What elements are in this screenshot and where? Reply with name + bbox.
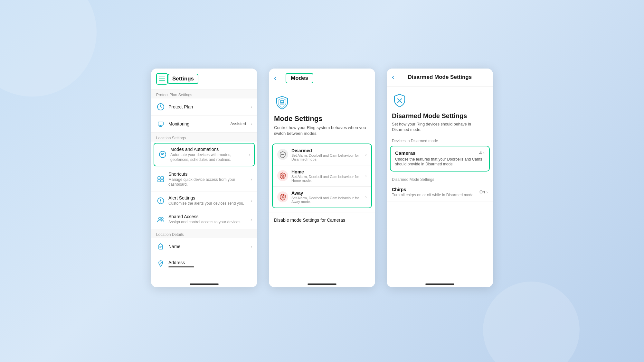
shared-access-icon [156,215,165,224]
hamburger-button[interactable] [156,73,168,85]
away-mode-option[interactable]: Away Set Alarm, Doorbell and Cam behavio… [273,187,371,208]
alert-settings-chevron: › [251,198,252,203]
alert-settings-item[interactable]: Alert Settings Customise the alerts your… [151,191,257,210]
chirps-value: On [479,190,485,194]
monitoring-title: Monitoring [168,121,227,126]
home-indicator-3 [425,283,454,285]
disarmed-settings-title: Disarmed Mode Settings [392,112,488,120]
devices-section-label: Devices in Disarmed mode [387,136,493,144]
shortcuts-content: Shortcuts Manage quick device access fro… [168,172,247,187]
svg-point-15 [160,262,161,263]
name-item[interactable]: Name › [151,238,257,255]
chirps-row[interactable]: Chirps Turn all chirps on or off while i… [387,183,493,201]
disable-cameras-title: Disable mode Settings for Cameras [274,218,370,223]
mode-settings-title: Mode Settings [274,115,370,123]
shortcuts-title: Shortcuts [168,172,247,177]
protect-plan-title: Protect Plan [168,104,247,109]
disarmed-mode-section-label: Disarmed Mode Settings [387,175,493,183]
disarmed-shield-icon [392,93,407,108]
cameras-count: 4 [479,150,482,155]
disarmed-back-button[interactable]: ‹ [392,73,394,81]
shared-access-subtitle: Assign and control access to your device… [168,220,247,225]
svg-rect-8 [158,180,160,182]
cameras-desc: Choose the features that your Doorbells … [395,157,485,167]
home-mode-content: Home Set Alarm, Doorbell and Cam behavio… [291,169,362,182]
settings-title[interactable]: Settings [168,74,198,84]
away-chevron: › [365,194,367,200]
away-mode-content: Away Set Alarm, Doorbell and Cam behavio… [291,190,362,204]
disarmed-header: ‹ Disarmed Mode Settings [387,69,493,87]
chirps-content: Chirps Turn all chirps on or off while i… [392,187,479,197]
disarmed-mode-title: Disarmed [291,148,362,153]
mode-settings-hero: Mode Settings Control how your Ring syst… [269,88,375,140]
home-mode-icon [277,170,288,181]
modes-header: ‹ Modes [269,69,375,88]
modes-automations-content: Modes and Automations Automate your devi… [170,147,245,162]
svg-point-14 [161,218,163,219]
disarmed-settings-screen: ‹ Disarmed Mode Settings Disarmed Mode S… [387,69,493,287]
away-mode-title: Away [291,190,362,196]
modes-automations-item[interactable]: Modes and Automations Automate your devi… [154,143,255,166]
address-item[interactable]: Address [151,255,257,272]
disarmed-mode-option[interactable]: Disarmed Set Alarm, Doorbell and Cam beh… [273,144,371,165]
home-chevron: › [365,173,367,178]
monitoring-badge: Assisted [230,121,246,126]
name-title: Name [168,244,247,249]
modes-automations-icon [158,150,167,159]
settings-content: Protect Plan Settings Protect Plan › [151,89,257,287]
chirps-chevron: › [486,190,488,195]
shortcuts-chevron: › [251,177,252,182]
modes-content: Mode Settings Control how your Ring syst… [269,88,375,287]
away-mode-desc: Set Alarm, Doorbell and Cam behaviour fo… [291,196,362,204]
home-mode-desc: Set Alarm, Doorbell and Cam behaviour fo… [291,175,362,182]
chirps-title: Chirps [392,187,479,192]
cameras-row-top: Cameras 4 › [395,150,485,156]
disarmed-header-title: Disarmed Mode Settings [403,74,476,80]
shortcuts-subtitle: Manage quick device access from your das… [168,177,247,187]
disarmed-hero-section: Disarmed Mode Settings Set how your Ring… [387,87,493,136]
modes-automations-title: Modes and Automations [170,147,245,152]
monitoring-icon [156,119,165,128]
disable-cameras-row[interactable]: Disable mode Settings for Cameras [269,212,375,228]
cameras-row[interactable]: Cameras 4 › Choose the features that you… [390,146,490,172]
shared-access-item[interactable]: Shared Access Assign and control access … [151,210,257,229]
home-indicator-1 [190,283,219,285]
shared-access-chevron: › [251,217,252,222]
disarmed-mode-icon [277,149,288,160]
name-icon [156,242,165,251]
home-mode-option[interactable]: Home Set Alarm, Doorbell and Cam behavio… [273,165,371,187]
mode-settings-description: Control how your Ring system behaves whe… [274,125,370,136]
away-mode-icon [277,191,288,202]
disarmed-mode-content: Disarmed Set Alarm, Doorbell and Cam beh… [291,148,362,161]
modes-title[interactable]: Modes [286,73,313,83]
svg-point-13 [159,218,161,220]
settings-header: Settings [151,69,257,89]
hamburger-line-3 [159,80,165,81]
location-details-label: Location Details [151,229,257,238]
protect-plan-item[interactable]: Protect Plan › [151,98,257,116]
home-mode-title: Home [291,169,362,174]
modes-automations-chevron: › [249,152,250,157]
svg-rect-9 [161,180,164,182]
protect-plan-section-label: Protect Plan Settings [151,89,257,98]
svg-point-5 [162,154,163,155]
location-section-label: Location Settings [151,133,257,142]
modes-back-button[interactable]: ‹ [274,74,276,82]
shortcuts-icon [156,175,165,184]
name-chevron: › [251,244,252,249]
modes-automations-subtitle: Automate your devices with modes, geofen… [170,153,245,162]
address-line-indicator [168,266,194,267]
shortcuts-item[interactable]: Shortcuts Manage quick device access fro… [151,168,257,191]
screens-container: Settings Protect Plan Settings Protect P… [151,69,493,287]
name-content: Name [168,244,247,249]
svg-point-19 [282,196,284,198]
alert-settings-subtitle: Customise the alerts your devices send y… [168,201,247,206]
disarmed-mode-desc: Set Alarm, Doorbell and Cam behaviour fo… [291,153,362,161]
hamburger-line-1 [159,77,165,77]
cameras-chevron: › [483,150,485,155]
chirps-desc: Turn all chirps on or off while in Disar… [392,193,479,197]
protect-plan-icon [156,102,165,111]
monitoring-chevron: › [251,121,252,126]
shared-access-content: Shared Access Assign and control access … [168,214,247,225]
monitoring-item[interactable]: Monitoring Assisted › [151,116,257,133]
